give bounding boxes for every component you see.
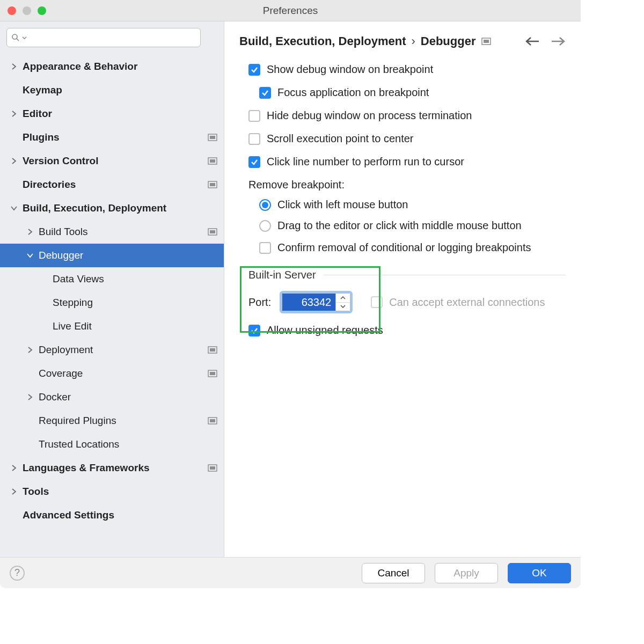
sidebar-item[interactable]: Build, Execution, Deployment — [0, 196, 224, 220]
sidebar-item-label: Stepping — [53, 297, 217, 309]
sidebar-item-label: Deployment — [39, 344, 208, 356]
focus-app-checkbox[interactable]: Focus application on breakpoint — [248, 81, 566, 104]
sidebar-item-label: Live Edit — [53, 320, 217, 332]
radio-label: Click with left mouse button — [277, 199, 408, 211]
sidebar-item-label: Languages & Frameworks — [23, 462, 208, 474]
sidebar-item-label: Coverage — [39, 368, 208, 379]
nav-forward-icon — [551, 36, 566, 47]
checkbox-label: Show debug window on breakpoint — [267, 63, 433, 76]
ok-button[interactable]: OK — [508, 563, 571, 583]
search-input[interactable] — [29, 32, 196, 43]
svg-point-0 — [12, 34, 17, 39]
checkbox-icon — [248, 156, 260, 168]
sidebar-item[interactable]: Build Tools — [0, 220, 224, 244]
project-scope-icon — [208, 464, 217, 472]
chevron-down-icon — [26, 251, 34, 260]
sidebar-item[interactable]: Version Control — [0, 149, 224, 173]
help-button[interactable]: ? — [10, 566, 25, 581]
svg-rect-5 — [210, 159, 215, 163]
hide-debug-checkbox[interactable]: Hide debug window on process termination — [248, 104, 566, 127]
external-conn-checkbox: Can accept external connections — [361, 296, 545, 309]
sidebar-item-label: Docker — [39, 391, 217, 403]
allow-unsigned-checkbox[interactable]: Allow unsigned requests — [248, 323, 566, 342]
sidebar-item[interactable]: Coverage — [0, 362, 224, 385]
dropdown-caret-icon — [22, 35, 27, 40]
search-input-wrap[interactable] — [6, 28, 201, 47]
show-debug-checkbox[interactable]: Show debug window on breakpoint — [248, 58, 566, 81]
click-line-checkbox[interactable]: Click line number to perform run to curs… — [248, 150, 566, 173]
breadcrumb-parent[interactable]: Build, Execution, Deployment — [239, 34, 406, 48]
sidebar-item-label: Version Control — [23, 155, 208, 167]
sidebar-item[interactable]: Trusted Locations — [0, 433, 224, 456]
sidebar-item-label: Directories — [23, 179, 208, 191]
checkbox-label: Confirm removal of conditional or loggin… — [277, 241, 531, 254]
chevron-right-icon — [10, 487, 18, 496]
sidebar-item[interactable]: Debugger — [0, 244, 224, 267]
checkbox-label: Focus application on breakpoint — [277, 86, 429, 99]
spinner-up-icon[interactable] — [336, 294, 350, 303]
checkbox-icon — [248, 110, 260, 122]
svg-rect-13 — [210, 372, 215, 375]
breadcrumb-current: Debugger — [421, 34, 476, 48]
checkbox-icon — [371, 296, 383, 308]
sidebar-item[interactable]: Plugins — [0, 126, 224, 149]
sidebar: Appearance & BehaviorKeymapEditorPlugins… — [0, 21, 224, 557]
checkbox-icon — [259, 87, 271, 99]
project-scope-icon — [208, 346, 217, 354]
remove-confirm-checkbox[interactable]: Confirm removal of conditional or loggin… — [248, 236, 566, 259]
sidebar-item-label: Editor — [23, 108, 217, 120]
chevron-right-icon — [26, 228, 34, 236]
sidebar-item[interactable]: Required Plugins — [0, 409, 224, 433]
sidebar-item[interactable]: Editor — [0, 102, 224, 126]
checkbox-label: Scroll execution point to center — [267, 133, 414, 145]
sidebar-item-label: Appearance & Behavior — [23, 61, 217, 72]
close-window-button[interactable] — [8, 6, 16, 15]
port-input[interactable] — [282, 293, 335, 311]
dialog-footer: ? Cancel Apply OK — [0, 557, 581, 588]
remove-breakpoint-label: Remove breakpoint: — [248, 173, 566, 194]
svg-line-1 — [17, 39, 19, 41]
search-icon — [11, 33, 20, 42]
window-controls — [0, 6, 46, 15]
checkbox-label: Hide debug window on process termination — [267, 109, 472, 122]
checkbox-icon — [248, 133, 260, 145]
sidebar-item[interactable]: Directories — [0, 173, 224, 196]
sidebar-item[interactable]: Languages & Frameworks — [0, 456, 224, 480]
nav-back-icon[interactable] — [525, 36, 540, 47]
sidebar-item[interactable]: Advanced Settings — [0, 503, 224, 527]
sidebar-item-label: Data Views — [53, 273, 217, 285]
sidebar-item-label: Trusted Locations — [39, 438, 217, 450]
sidebar-item[interactable]: Docker — [0, 385, 224, 409]
minimize-window-button[interactable] — [23, 6, 31, 15]
zoom-window-button[interactable] — [38, 6, 46, 15]
remove-drag-radio[interactable]: Drag to the editor or click with middle … — [248, 215, 566, 236]
project-scope-icon — [208, 228, 217, 236]
project-scope-icon — [208, 370, 217, 377]
spinner-down-icon[interactable] — [336, 303, 350, 311]
svg-rect-19 — [484, 40, 489, 43]
builtin-server-legend: Built-in Server — [248, 269, 316, 281]
sidebar-item[interactable]: Appearance & Behavior — [0, 55, 224, 78]
window-title: Preferences — [0, 5, 581, 17]
apply-button[interactable]: Apply — [435, 563, 498, 583]
cancel-button[interactable]: Cancel — [362, 563, 425, 583]
chevron-right-icon — [26, 393, 34, 401]
scroll-exec-checkbox[interactable]: Scroll execution point to center — [248, 127, 566, 150]
chevron-right-icon — [10, 157, 18, 165]
sidebar-item-label: Debugger — [39, 250, 217, 261]
sidebar-item[interactable]: Deployment — [0, 338, 224, 362]
sidebar-item[interactable]: Stepping — [0, 291, 224, 314]
checkbox-label: Click line number to perform run to curs… — [267, 156, 464, 168]
sidebar-item-label: Advanced Settings — [23, 509, 217, 521]
sidebar-item[interactable]: Keymap — [0, 78, 224, 102]
svg-rect-9 — [210, 230, 215, 233]
main-panel: Build, Execution, Deployment › Debugger … — [224, 21, 581, 557]
sidebar-item[interactable]: Tools — [0, 480, 224, 503]
port-spinner[interactable] — [280, 291, 353, 313]
radio-icon — [259, 220, 271, 232]
chevron-down-icon — [10, 204, 18, 213]
sidebar-item[interactable]: Live Edit — [0, 314, 224, 338]
sidebar-item[interactable]: Data Views — [0, 267, 224, 291]
sidebar-item-label: Required Plugins — [39, 415, 208, 427]
remove-left-radio[interactable]: Click with left mouse button — [248, 194, 566, 215]
